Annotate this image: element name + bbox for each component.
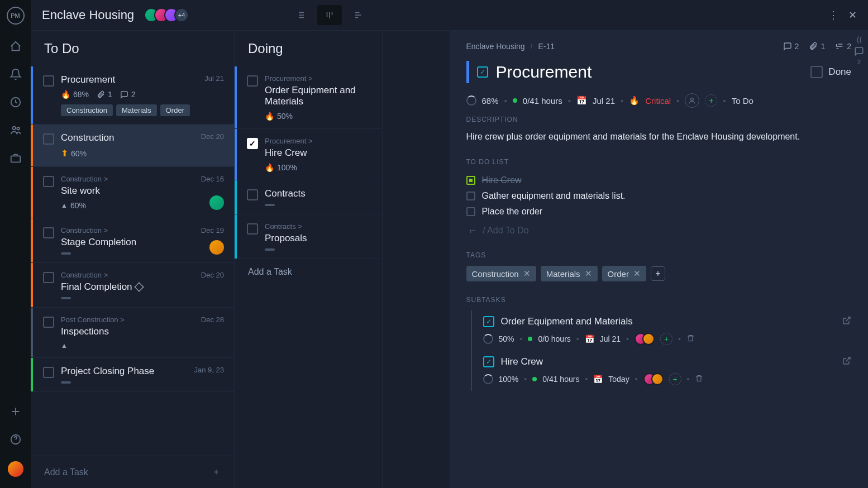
close-icon[interactable]: ✕ — [848, 9, 857, 21]
add-tag-button[interactable]: + — [651, 266, 665, 281]
task-card[interactable]: Contracts — [235, 180, 382, 214]
column-title: To Do — [31, 31, 234, 66]
task-checkbox[interactable] — [247, 223, 258, 235]
todo-item[interactable]: Hire Crew — [466, 173, 852, 188]
tags-label: Tags — [466, 251, 852, 259]
remove-tag-icon[interactable]: ✕ — [633, 269, 641, 279]
task-checkbox[interactable] — [247, 189, 258, 200]
task-checkbox[interactable] — [43, 317, 54, 328]
task-detail-panel: ⟨⟨ 2 Enclave Housing / E-11 2 1 2 — [450, 31, 869, 488]
card-title: Hire Crew — [265, 147, 372, 159]
description-text[interactable]: Hire crew plus order equipment and mater… — [466, 130, 852, 143]
task-card[interactable]: Construction ⬆60% Dec 20 — [31, 125, 234, 167]
task-card[interactable]: Contracts > Proposals — [235, 214, 382, 259]
avatar-more[interactable]: +4 — [174, 8, 189, 22]
status[interactable]: To Do — [732, 96, 753, 106]
done-toggle[interactable]: Done — [810, 66, 851, 78]
task-card[interactable]: Post Construction > Inspections ▲ Dec 28 — [31, 308, 234, 358]
add-assignee-button[interactable]: + — [705, 94, 717, 107]
tag: Order — [160, 104, 190, 116]
task-card[interactable]: Procurement > Order Equipment and Materi… — [235, 66, 382, 129]
assignee-icon[interactable] — [685, 93, 699, 108]
todo-text: Hire Crew — [482, 175, 522, 185]
remove-tag-icon[interactable]: ✕ — [523, 269, 531, 279]
card-parent: Post Construction > — [61, 315, 224, 324]
task-title[interactable]: Procurement — [496, 63, 803, 82]
subtasks-label: Subtasks — [466, 296, 852, 304]
task-checkbox[interactable] — [43, 75, 54, 87]
more-icon[interactable]: ⋮ — [828, 9, 838, 21]
progress-bar-icon — [61, 381, 71, 384]
task-card[interactable]: ✓ Procurement > Hire Crew 🔥100% — [235, 129, 382, 180]
subtask-item[interactable]: Hire Crew 100%• 0/41 hours• 📅Today• +• — [471, 351, 852, 391]
priority[interactable]: Critical — [645, 96, 671, 106]
comment-count: 2 — [120, 90, 136, 99]
collapse-panel-icon[interactable]: ⟨⟨ 2 — [850, 35, 868, 65]
todo-item[interactable]: Gather equipment and materials list. — [466, 188, 852, 204]
add-assignee-button[interactable]: + — [669, 373, 681, 385]
task-card[interactable]: Construction > Final Completion Dec 20 — [31, 263, 234, 308]
home-icon[interactable] — [9, 40, 22, 52]
column-title: Doing — [235, 31, 382, 66]
task-card[interactable]: Construction > Site work ▲60% Dec 16 — [31, 167, 234, 218]
tag: Construction — [61, 104, 113, 116]
delete-subtask-icon[interactable] — [695, 374, 703, 384]
add-assignee-button[interactable]: + — [660, 333, 673, 345]
breadcrumb-project[interactable]: Enclave Housing — [466, 42, 525, 51]
gantt-view-icon[interactable] — [346, 5, 371, 25]
card-date: Dec 20 — [201, 271, 224, 279]
card-parent: Procurement > — [265, 137, 372, 145]
milestone-icon — [134, 283, 144, 292]
svg-rect-3 — [11, 156, 20, 162]
card-title: Contracts — [265, 188, 372, 199]
delete-subtask-icon[interactable] — [686, 334, 695, 344]
task-checkbox[interactable] — [43, 133, 54, 145]
task-checkbox[interactable] — [43, 176, 54, 187]
people-icon[interactable] — [9, 124, 22, 136]
briefcase-icon[interactable] — [9, 152, 22, 164]
open-subtask-icon[interactable] — [842, 316, 851, 327]
task-checkbox[interactable]: ✓ — [247, 138, 258, 149]
card-color-bar — [31, 308, 33, 357]
remove-tag-icon[interactable]: ✕ — [585, 269, 592, 279]
task-checkbox[interactable] — [43, 367, 54, 378]
tag-chip[interactable]: Construction ✕ — [466, 266, 536, 281]
due-date[interactable]: Jul 21 — [593, 96, 615, 106]
bell-icon[interactable] — [9, 68, 22, 80]
clock-icon[interactable] — [9, 96, 22, 108]
task-card[interactable]: Construction > Stage Completion Dec 19 — [31, 218, 234, 263]
tag-chip[interactable]: Order ✕ — [602, 266, 646, 281]
card-avatar — [209, 240, 224, 255]
todo-item[interactable]: Place the order — [466, 204, 852, 219]
open-subtask-icon[interactable] — [842, 356, 851, 367]
board-view-icon[interactable] — [317, 5, 342, 25]
help-icon[interactable] — [9, 433, 22, 446]
todo-checkbox[interactable] — [466, 192, 475, 200]
task-checkbox[interactable] — [43, 227, 54, 238]
todo-checkbox[interactable] — [466, 176, 475, 185]
subtasks-count[interactable]: 2 — [835, 42, 851, 51]
member-avatars[interactable]: +4 — [144, 8, 189, 22]
svg-point-5 — [691, 98, 694, 101]
card-parent: Construction > — [61, 226, 224, 235]
card-color-bar — [31, 218, 33, 262]
card-color-bar — [31, 66, 33, 124]
user-avatar[interactable] — [8, 461, 23, 477]
add-task-button[interactable]: Add a Task — [235, 259, 382, 285]
task-card[interactable]: Procurement 🔥68%12 ConstructionMaterials… — [31, 66, 234, 125]
svg-point-1 — [12, 127, 16, 130]
todo-checkbox[interactable] — [466, 207, 475, 216]
add-icon[interactable] — [9, 405, 22, 418]
subtask-item[interactable]: Order Equipment and Materials 50%• 0/0 h… — [471, 310, 852, 351]
list-view-icon[interactable] — [288, 5, 313, 25]
add-todo-button[interactable]: ⌐ / Add To Do — [466, 219, 852, 237]
task-checkbox[interactable] — [43, 272, 54, 283]
task-card[interactable]: Project Closing Phase Jan 9, 23 — [31, 358, 234, 392]
task-checkbox[interactable] — [247, 75, 258, 87]
add-task-button[interactable]: Add a Task ＋ — [31, 456, 234, 488]
comments-count[interactable]: 2 — [783, 42, 799, 51]
card-date: Dec 16 — [201, 175, 224, 183]
arrow-up-icon: ⬆ — [61, 148, 68, 159]
tag-chip[interactable]: Materials ✕ — [541, 266, 598, 281]
attachments-count[interactable]: 1 — [809, 42, 825, 51]
